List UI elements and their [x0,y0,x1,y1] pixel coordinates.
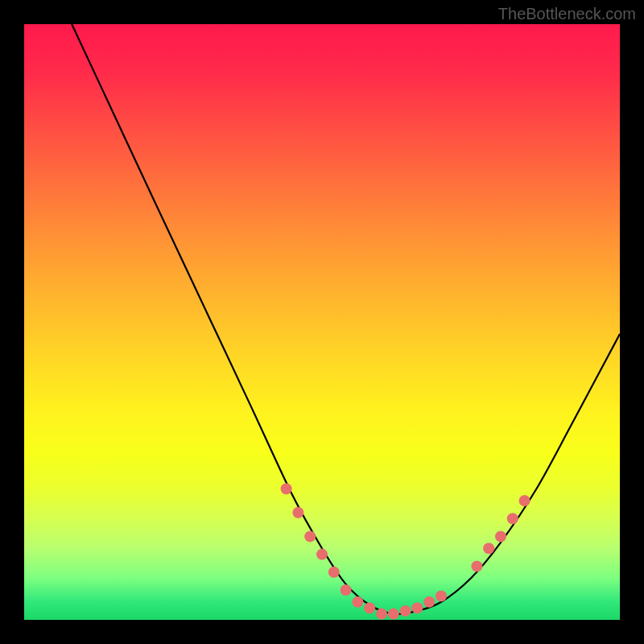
data-marker [292,507,303,518]
data-marker [388,609,399,620]
watermark-text: TheBottleneck.com [498,5,636,23]
data-marker [400,605,411,617]
data-marker [423,597,435,608]
chart-plot-area [24,24,620,620]
data-marker [495,530,506,542]
data-marker [411,602,423,613]
data-marker [316,549,328,560]
curve-line [72,24,620,614]
data-marker [304,530,316,542]
curve-markers [281,483,530,619]
data-marker [483,543,494,554]
data-marker [328,567,340,578]
data-marker [436,590,447,601]
data-marker [352,597,363,608]
data-marker [364,602,375,613]
data-marker [507,513,518,524]
data-marker [341,584,352,596]
chart-svg [24,24,620,620]
data-marker [471,560,482,572]
data-marker [519,495,530,506]
data-marker [376,609,387,620]
data-marker [281,483,292,494]
